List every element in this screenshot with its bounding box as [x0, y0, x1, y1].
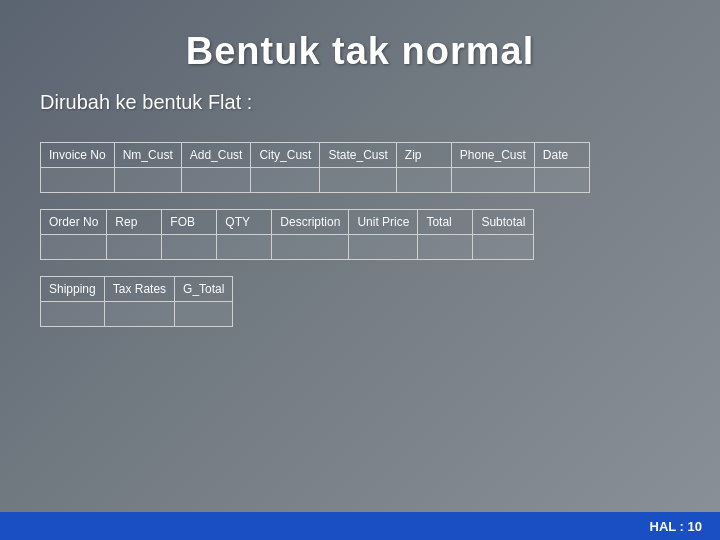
- t1-h3: Add_Cust: [181, 143, 251, 168]
- t1-h1: Invoice No: [41, 143, 115, 168]
- t2-h3: FOB: [162, 210, 217, 235]
- t1-h4: City_Cust: [251, 143, 320, 168]
- table2-wrapper: Order No Rep FOB QTY Description Unit Pr…: [40, 209, 680, 260]
- t2-d3: [162, 235, 217, 260]
- t1-d7: [451, 168, 534, 193]
- t2-h5: Description: [272, 210, 349, 235]
- t1-d8: [534, 168, 589, 193]
- t2-d6: [349, 235, 418, 260]
- t2-h2: Rep: [107, 210, 162, 235]
- t2-d5: [272, 235, 349, 260]
- t2-h1: Order No: [41, 210, 107, 235]
- slide-subtitle: Dirubah ke bentuk Flat :: [40, 91, 680, 114]
- t2-d7: [418, 235, 473, 260]
- t3-h1: Shipping: [41, 277, 105, 302]
- page-number: HAL : 10: [650, 519, 703, 534]
- t1-h2: Nm_Cust: [114, 143, 181, 168]
- t1-d6: [396, 168, 451, 193]
- table2: Order No Rep FOB QTY Description Unit Pr…: [40, 209, 534, 260]
- t2-h6: Unit Price: [349, 210, 418, 235]
- t1-d2: [114, 168, 181, 193]
- table1-wrapper: Invoice No Nm_Cust Add_Cust City_Cust St…: [40, 142, 680, 193]
- t2-h7: Total: [418, 210, 473, 235]
- tables-container: Invoice No Nm_Cust Add_Cust City_Cust St…: [40, 142, 680, 327]
- slide-title: Bentuk tak normal: [40, 30, 680, 73]
- t2-h8: Subtotal: [473, 210, 534, 235]
- t2-d1: [41, 235, 107, 260]
- table1: Invoice No Nm_Cust Add_Cust City_Cust St…: [40, 142, 590, 193]
- t2-d2: [107, 235, 162, 260]
- t2-d4: [217, 235, 272, 260]
- bottom-bar: HAL : 10: [0, 512, 720, 540]
- t3-d1: [41, 302, 105, 327]
- t1-h5: State_Cust: [320, 143, 396, 168]
- t3-d3: [175, 302, 233, 327]
- t2-h4: QTY: [217, 210, 272, 235]
- t1-d1: [41, 168, 115, 193]
- table3-wrapper: Shipping Tax Rates G_Total: [40, 276, 680, 327]
- t1-h6: Zip: [396, 143, 451, 168]
- slide: Bentuk tak normal Dirubah ke bentuk Flat…: [0, 0, 720, 540]
- t1-d3: [181, 168, 251, 193]
- t2-d8: [473, 235, 534, 260]
- t1-d5: [320, 168, 396, 193]
- t3-h2: Tax Rates: [104, 277, 174, 302]
- t1-h8: Date: [534, 143, 589, 168]
- t3-h3: G_Total: [175, 277, 233, 302]
- t1-d4: [251, 168, 320, 193]
- t1-h7: Phone_Cust: [451, 143, 534, 168]
- table3: Shipping Tax Rates G_Total: [40, 276, 233, 327]
- t3-d2: [104, 302, 174, 327]
